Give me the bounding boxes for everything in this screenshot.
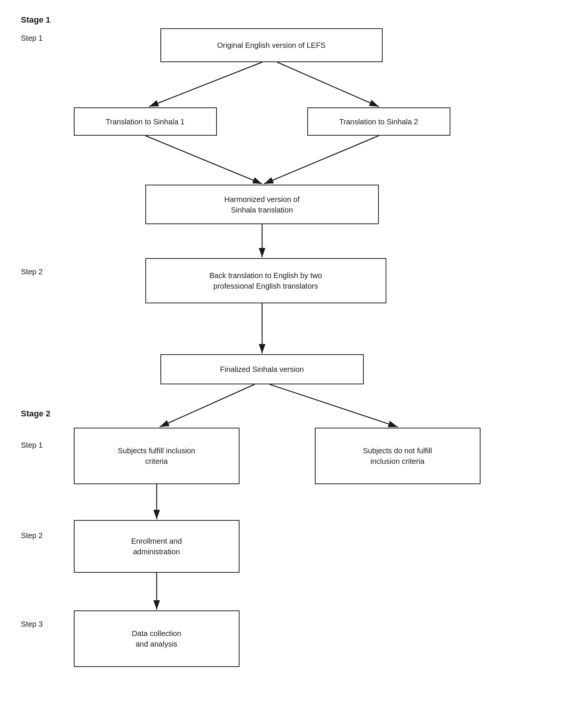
box-harmonized: Harmonized version of Sinhala translatio… <box>145 185 379 224</box>
step1-stage1-label: Step 1 <box>21 34 43 43</box>
box-fulfill: Subjects fulfill inclusion criteria <box>74 428 239 484</box>
box-original: Original English version of LEFS <box>160 28 383 62</box>
svg-line-8 <box>270 384 398 427</box>
box-back: Back translation to English by two profe… <box>145 258 386 303</box>
svg-line-2 <box>277 62 379 107</box>
box-not-fulfill: Subjects do not fulfill inclusion criter… <box>315 428 481 484</box>
step3-stage2-label: Step 3 <box>21 620 43 629</box>
box-finalized: Finalized Sinhala version <box>160 354 364 384</box>
step2-stage2-label: Step 2 <box>21 531 43 540</box>
svg-line-3 <box>145 136 262 184</box>
box-data: Data collection and analysis <box>74 610 239 667</box>
stage1-label: Stage 1 <box>21 15 50 25</box>
svg-line-7 <box>160 384 255 427</box>
step1-stage2-label: Step 1 <box>21 441 43 450</box>
svg-line-1 <box>149 62 262 107</box>
box-sinhala2: Translation to Sinhala 2 <box>307 107 450 136</box>
step2-stage1-label: Step 2 <box>21 268 43 276</box>
svg-line-4 <box>264 136 379 184</box>
box-sinhala1: Translation to Sinhala 1 <box>74 107 217 136</box>
box-enrollment: Enrollment and administration <box>74 520 239 573</box>
stage2-label: Stage 2 <box>21 409 50 419</box>
